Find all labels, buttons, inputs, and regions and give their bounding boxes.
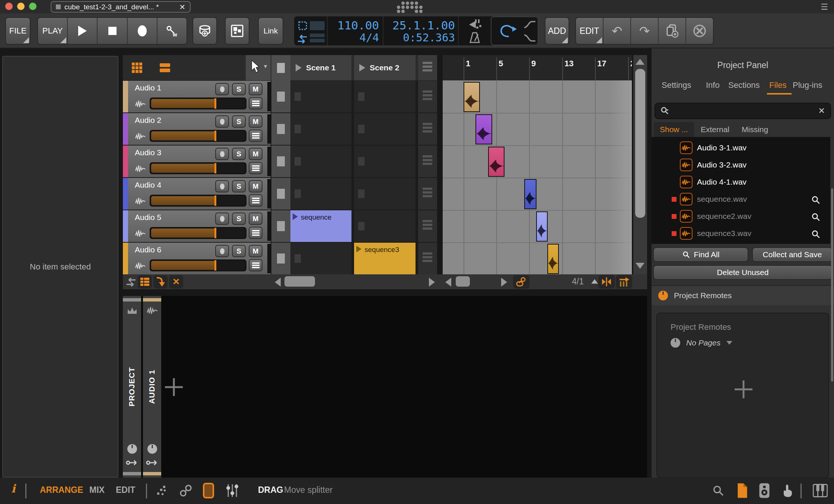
tab-sections[interactable]: Sections	[728, 80, 760, 90]
scene-overflow-header[interactable]	[418, 55, 437, 80]
search-field[interactable]: ✕	[655, 103, 831, 119]
track-header[interactable]: Audio 4 S M	[128, 178, 271, 210]
view-mix[interactable]: MIX	[89, 485, 105, 495]
redo-button[interactable]: ↷	[631, 18, 659, 44]
play-button[interactable]	[68, 18, 98, 44]
solo-button[interactable]: S	[232, 148, 246, 160]
touch-hand-icon[interactable]	[782, 484, 794, 498]
play-menu-button[interactable]: PLAY	[38, 18, 68, 44]
volume-fader[interactable]	[150, 227, 246, 239]
routing-button[interactable]	[249, 194, 262, 207]
clip-slot-scene1[interactable]	[290, 146, 351, 177]
link-button[interactable]: Link	[258, 17, 283, 45]
file-row-missing[interactable]: sequence.wav	[652, 191, 830, 208]
track-scene-overflow[interactable]	[418, 243, 437, 274]
capture-button[interactable]	[192, 17, 217, 45]
add-remote-page-button[interactable]	[735, 380, 752, 398]
clip-slot-scene1[interactable]	[290, 243, 351, 274]
arranger-clip-audio5[interactable]	[536, 211, 548, 242]
close-tab-icon[interactable]: ✕	[179, 3, 185, 12]
device-tab-audio1[interactable]: AUDIO 1	[143, 296, 161, 478]
track-scene-overflow[interactable]	[418, 178, 437, 210]
volume-fader[interactable]	[150, 195, 246, 207]
undo-button[interactable]: ↶	[604, 18, 631, 44]
menu-icon[interactable]: ☰	[821, 2, 828, 12]
close-window-button[interactable]	[5, 3, 13, 10]
track-scene-overflow[interactable]	[418, 81, 437, 112]
clip-slot-scene2[interactable]: sequence3	[354, 243, 416, 274]
solo-button[interactable]: S	[232, 83, 246, 95]
volume-fader[interactable]	[150, 259, 246, 271]
locate-file-icon[interactable]	[811, 212, 821, 223]
clip-stop-button[interactable]	[271, 243, 290, 274]
search-icon[interactable]	[712, 484, 725, 497]
record-arm-button[interactable]	[215, 83, 229, 95]
mute-button[interactable]: M	[249, 245, 262, 257]
time-signature-value[interactable]: 4/4	[360, 31, 379, 44]
arranger-clip-audio6[interactable]	[547, 244, 559, 274]
file-row-missing[interactable]: sequence2.wav	[652, 208, 830, 226]
add-menu-button[interactable]: ADD	[545, 17, 569, 45]
add-device-button[interactable]	[165, 378, 183, 396]
track-name[interactable]: Audio 3	[135, 148, 161, 157]
volume-fader[interactable]	[150, 130, 246, 142]
routing-button[interactable]	[249, 227, 262, 239]
pages-value[interactable]: No Pages	[686, 338, 720, 347]
launcher-clip-sequence[interactable]: sequence	[290, 210, 351, 242]
solo-button[interactable]: S	[232, 115, 246, 128]
piano-keys-icon[interactable]	[813, 484, 828, 498]
grid-interval-caret[interactable]	[591, 279, 598, 284]
playback-follow-link-button[interactable]	[513, 275, 529, 288]
panel-scrollbar[interactable]	[831, 188, 833, 382]
track-header[interactable]: Audio 2 S M	[128, 113, 271, 145]
scene-play-icon[interactable]	[296, 64, 302, 71]
clip-slot-scene1[interactable]: sequence	[290, 210, 351, 242]
tab-info[interactable]: Info	[706, 80, 720, 90]
file-row[interactable]: Audio 3-2.wav	[652, 157, 830, 174]
filter-show[interactable]: Show ...	[654, 122, 694, 137]
track-header[interactable]: Audio 6 S M	[128, 243, 271, 274]
overdub-button[interactable]: w	[157, 18, 187, 44]
post-roll-curve-icon[interactable]	[523, 33, 536, 43]
delete-button[interactable]	[686, 18, 713, 44]
tab-files[interactable]: Files	[769, 80, 786, 90]
record-arm-button[interactable]	[215, 213, 229, 225]
mute-button[interactable]: M	[249, 148, 262, 160]
minimize-window-button[interactable]	[17, 3, 25, 10]
adaptive-grid-button[interactable]	[616, 275, 632, 288]
record-arm-button[interactable]	[215, 245, 229, 257]
mapping-icon[interactable]	[146, 459, 158, 466]
scene-1-header[interactable]: Scene 1	[290, 55, 351, 80]
display-profile-button[interactable]	[225, 17, 249, 45]
device-tab-project[interactable]: PROJECT	[123, 296, 141, 478]
clip-slot-scene1[interactable]	[290, 178, 351, 210]
file-row[interactable]: Audio 3-1.wav	[652, 140, 830, 157]
find-all-button[interactable]: Find All	[653, 247, 748, 262]
arranger-grid[interactable]	[443, 80, 632, 274]
locate-file-icon[interactable]	[811, 229, 821, 240]
track-scene-overflow[interactable]	[418, 210, 437, 242]
remote-controls-icon[interactable]	[127, 444, 137, 454]
return-to-arrangement-button[interactable]	[153, 275, 168, 288]
search-input[interactable]	[669, 107, 818, 115]
track-name[interactable]: Audio 4	[135, 181, 161, 189]
view-arrange[interactable]: ARRANGE	[40, 485, 83, 495]
list-view-icon[interactable]	[159, 62, 171, 74]
clip-stop-button[interactable]	[271, 210, 290, 242]
clip-stop-button[interactable]	[271, 81, 290, 112]
tool-selector[interactable]: ▼	[246, 55, 271, 80]
launcher-clip-sequence3[interactable]: sequence3	[354, 243, 416, 274]
clip-stop-button[interactable]	[271, 178, 290, 210]
zoom-window-button[interactable]	[29, 3, 36, 10]
record-arm-button[interactable]	[215, 115, 229, 128]
view-edit[interactable]: EDIT	[116, 485, 135, 495]
record-arm-button[interactable]	[215, 180, 229, 192]
chain-link-icon[interactable]	[179, 484, 192, 497]
clip-slot-scene1[interactable]	[290, 113, 351, 145]
pages-dropdown-caret[interactable]	[726, 341, 732, 345]
mute-button[interactable]: M	[249, 180, 262, 192]
remote-controls-icon[interactable]	[147, 444, 157, 454]
file-menu-button[interactable]: FILE	[5, 17, 31, 45]
project-remotes-header[interactable]: Project Remotes	[652, 285, 834, 305]
routing-button[interactable]	[249, 162, 262, 174]
